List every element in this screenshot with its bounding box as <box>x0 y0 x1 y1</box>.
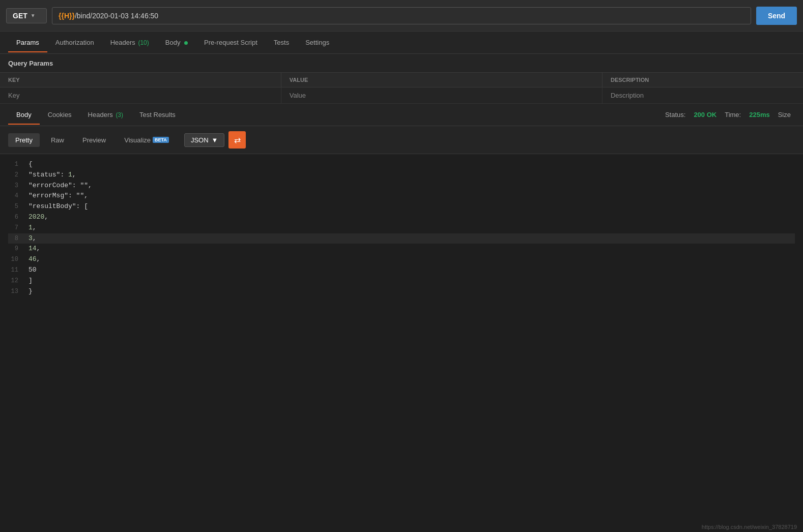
json-line: 3 "errorCode": "", <box>8 181 795 191</box>
col-header-value: VALUE <box>281 73 602 87</box>
url-bar: GET ▼ {{H}}/bind/2020-01-03 14:46:50 Sen… <box>0 0 803 32</box>
format-tab-pretty[interactable]: Pretty <box>8 133 40 147</box>
format-tab-preview[interactable]: Preview <box>75 133 113 147</box>
response-tabs: Body Cookies Headers (3) Test Results <box>8 104 184 126</box>
time-value: 225ms <box>749 111 769 119</box>
beta-badge: BETA <box>153 137 169 143</box>
json-line: 4 "errorMsg": "", <box>8 191 795 201</box>
json-line: 6 2020, <box>8 212 795 223</box>
footer-url: https://blog.csdn.net/weixin_37828719 <box>702 524 797 530</box>
tab-cookies[interactable]: Cookies <box>40 105 80 125</box>
tab-tests[interactable]: Tests <box>266 33 297 52</box>
time-label: Time: <box>725 111 741 119</box>
body-dot <box>184 41 188 45</box>
json-line: 1{ <box>8 159 795 170</box>
tab-authorization[interactable]: Authorization <box>47 33 102 52</box>
tab-prerequest[interactable]: Pre-request Script <box>196 33 266 52</box>
json-line: 2 "status": 1, <box>8 170 795 181</box>
send-button[interactable]: Send <box>756 7 797 25</box>
params-table: KEY VALUE DESCRIPTION Key Value Descript… <box>0 73 803 104</box>
json-body: 1{2 "status": 1,3 "errorCode": "",4 "err… <box>0 154 803 302</box>
desc-placeholder[interactable]: Description <box>602 87 803 104</box>
status-value: 200 OK <box>694 111 716 119</box>
json-chevron: ▼ <box>212 136 218 144</box>
tab-response-headers[interactable]: Headers (3) <box>80 105 131 125</box>
url-input-display[interactable]: {{H}}/bind/2020-01-03 14:46:50 <box>52 7 751 24</box>
method-chevron: ▼ <box>31 13 36 18</box>
tab-headers[interactable]: Headers (10) <box>102 33 157 52</box>
tab-params[interactable]: Params <box>8 33 47 52</box>
response-tabs-bar: Body Cookies Headers (3) Test Results St… <box>0 104 803 126</box>
format-tab-visualize[interactable]: Visualize BETA <box>117 133 176 147</box>
tab-test-results[interactable]: Test Results <box>131 105 184 125</box>
response-headers-badge: (3) <box>116 111 123 119</box>
query-params-title: Query Params <box>8 60 53 67</box>
json-line: 13} <box>8 286 795 297</box>
json-label: JSON <box>191 136 209 144</box>
wrap-icon: ⇄ <box>234 135 241 145</box>
method-label: GET <box>13 12 27 20</box>
footer: https://blog.csdn.net/weixin_37828719 <box>696 522 803 532</box>
table-row: Key Value Description <box>0 87 803 104</box>
col-header-key: KEY <box>0 73 281 87</box>
json-line: 10 46, <box>8 254 795 265</box>
query-params-section: Query Params <box>0 54 803 73</box>
json-line: 8 3, <box>8 233 795 244</box>
format-toolbar: Pretty Raw Preview Visualize BETA JSON ▼… <box>0 126 803 154</box>
response-meta: Status: 200 OK Time: 225ms Size <box>665 111 795 119</box>
method-selector[interactable]: GET ▼ <box>6 8 47 23</box>
json-line: 12 ] <box>8 276 795 286</box>
url-path-part: /bind/2020-01-03 14:46:50 <box>75 12 158 20</box>
json-line: 9 14, <box>8 244 795 254</box>
tab-response-body[interactable]: Body <box>8 105 40 125</box>
col-header-desc: DESCRIPTION <box>602 73 803 87</box>
tab-body[interactable]: Body <box>157 33 196 52</box>
json-line: 11 50 <box>8 265 795 276</box>
json-line: 7 1, <box>8 223 795 233</box>
json-line: 5 "resultBody": [ <box>8 201 795 212</box>
url-template-part: {{H}} <box>59 12 75 20</box>
key-placeholder[interactable]: Key <box>0 87 281 104</box>
json-format-selector[interactable]: JSON ▼ <box>184 133 225 147</box>
request-tabs: Params Authorization Headers (10) Body P… <box>0 32 803 54</box>
format-tab-raw[interactable]: Raw <box>44 133 71 147</box>
status-label: Status: <box>665 111 685 119</box>
value-placeholder[interactable]: Value <box>281 87 602 104</box>
tab-settings[interactable]: Settings <box>297 33 337 52</box>
wrap-button[interactable]: ⇄ <box>228 131 246 149</box>
size-label: Size <box>778 111 791 119</box>
headers-badge: (10) <box>138 39 149 46</box>
